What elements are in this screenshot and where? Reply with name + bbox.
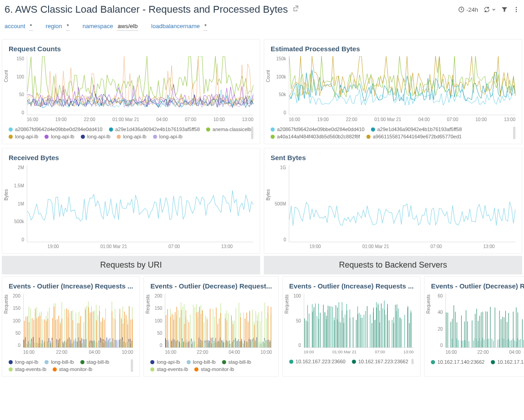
svg-rect-229 xyxy=(123,323,123,347)
svg-rect-149 xyxy=(41,311,42,347)
svg-rect-434 xyxy=(166,315,166,347)
legend-scrollbar[interactable] xyxy=(411,359,414,364)
filter-account[interactable]: account * xyxy=(5,23,33,31)
chart-plot xyxy=(23,293,133,348)
panel-backend-increase[interactable]: Events - Outlier (Increase) Requests ...… xyxy=(282,276,420,377)
svg-rect-624 xyxy=(499,311,500,347)
filter-namespace[interactable]: namespace aws/elb xyxy=(83,23,138,31)
svg-rect-405 xyxy=(205,316,206,347)
svg-rect-228 xyxy=(121,319,122,347)
svg-rect-634 xyxy=(522,319,523,347)
panel-uri-decrease[interactable]: Events - Outlier (Decrease) Request... R… xyxy=(143,276,279,377)
svg-rect-447 xyxy=(198,312,198,347)
refresh-button[interactable] xyxy=(484,6,496,13)
svg-rect-395 xyxy=(187,319,188,347)
more-menu-button[interactable] xyxy=(513,6,519,13)
legend-scrollbar[interactable] xyxy=(513,127,515,139)
filter-bar: account * region * namespace aws/elb loa… xyxy=(0,19,524,37)
svg-rect-441 xyxy=(180,317,180,347)
panel-title: Request Counts xyxy=(9,45,253,53)
svg-rect-425 xyxy=(256,311,256,347)
filter-region[interactable]: region * xyxy=(46,23,70,31)
filter-loadbalancername[interactable]: loadbalancername * xyxy=(151,23,208,31)
svg-rect-445 xyxy=(189,322,189,347)
svg-rect-271 xyxy=(235,338,236,347)
y-axis-label: Bytes xyxy=(266,189,271,200)
svg-rect-227 xyxy=(119,309,120,347)
chart-legend: a20867fd9642d4e09bbe0d284e0dd410a29e1d43… xyxy=(271,127,515,139)
svg-rect-116 xyxy=(63,343,64,347)
svg-rect-215 xyxy=(85,309,86,347)
svg-rect-575 xyxy=(489,339,489,347)
svg-rect-627 xyxy=(504,317,504,347)
panel-processed-bytes[interactable]: Estimated Processed Bytes Count 150k100k… xyxy=(264,39,522,144)
filter-label: loadbalancername xyxy=(151,23,200,29)
svg-rect-257 xyxy=(209,341,210,347)
svg-rect-360 xyxy=(222,341,222,347)
y-ticks: 100500 xyxy=(289,293,304,348)
svg-rect-468 xyxy=(268,306,268,347)
svg-rect-617 xyxy=(480,316,480,347)
filter-value: * xyxy=(29,23,33,31)
svg-rect-247 xyxy=(188,342,189,347)
svg-rect-375 xyxy=(251,341,252,347)
page-title: 6. AWS Classic Load Balancer - Requests … xyxy=(5,4,288,15)
svg-rect-549 xyxy=(387,304,388,347)
svg-rect-417 xyxy=(239,303,239,347)
svg-rect-233 xyxy=(129,306,129,347)
svg-rect-550 xyxy=(389,320,389,347)
svg-rect-553 xyxy=(396,304,397,347)
export-icon[interactable] xyxy=(292,5,300,14)
svg-rect-628 xyxy=(505,311,506,347)
chart-plot xyxy=(27,165,253,242)
x-ticks: 19:0001:00 Mar 2107:0013:00 xyxy=(289,242,515,249)
svg-rect-158 xyxy=(64,309,65,347)
chevron-down-icon xyxy=(492,8,496,12)
svg-rect-167 xyxy=(87,306,87,347)
svg-rect-57 xyxy=(32,341,32,347)
legend-scrollbar[interactable] xyxy=(251,127,253,139)
svg-rect-361 xyxy=(223,343,224,347)
svg-rect-224 xyxy=(104,319,104,347)
svg-rect-537 xyxy=(356,320,356,347)
panel-backend-decrease[interactable]: Events - Outlier (Decrease) Request... R… xyxy=(424,276,524,377)
legend-scrollbar[interactable] xyxy=(131,359,133,372)
svg-rect-531 xyxy=(340,322,341,347)
svg-rect-218 xyxy=(91,312,92,347)
more-vertical-icon xyxy=(513,6,519,13)
svg-rect-481 xyxy=(332,307,333,347)
svg-rect-226 xyxy=(115,319,115,347)
panel-title: Received Bytes xyxy=(9,154,253,161)
svg-rect-427 xyxy=(259,313,259,347)
svg-rect-448 xyxy=(199,307,200,347)
svg-rect-47 xyxy=(119,340,119,347)
svg-rect-384 xyxy=(269,342,270,347)
svg-rect-436 xyxy=(170,316,171,347)
dashboard-header: 6. AWS Classic Load Balancer - Requests … xyxy=(0,0,524,19)
svg-rect-396 xyxy=(190,315,191,347)
svg-rect-538 xyxy=(357,314,358,347)
svg-rect-415 xyxy=(234,321,235,347)
svg-point-2 xyxy=(516,9,517,10)
svg-rect-91 xyxy=(118,340,118,347)
svg-rect-629 xyxy=(507,322,507,347)
panel-uri-increase[interactable]: Events - Outlier (Increase) Requests ...… xyxy=(2,276,140,377)
svg-rect-273 xyxy=(238,339,239,347)
panel-sent-bytes[interactable]: Sent Bytes Bytes 1G500M0 19:0001:00 Mar … xyxy=(264,148,522,254)
chart-legend: long-api-lblong-bill-lbstag-bill-lbstag-… xyxy=(150,359,272,372)
time-range-picker[interactable]: -24h xyxy=(458,6,478,13)
svg-rect-206 xyxy=(60,323,60,347)
panel-request-counts[interactable]: Request Counts Count 150100500 16:0019:0… xyxy=(2,39,260,144)
chart-plot xyxy=(289,165,515,242)
chart-plot xyxy=(445,293,524,348)
svg-rect-446 xyxy=(196,313,197,347)
svg-rect-551 xyxy=(394,323,394,347)
clock-icon xyxy=(458,6,465,13)
filter-button[interactable] xyxy=(501,6,508,13)
chart-plot xyxy=(27,56,253,115)
svg-rect-216 xyxy=(88,308,89,347)
svg-rect-566 xyxy=(473,341,474,347)
panel-received-bytes[interactable]: Received Bytes Bytes 2M1.5M1M500k0 19:00… xyxy=(2,148,260,254)
x-ticks: 16:0022:0004:0010:00 xyxy=(165,348,272,355)
svg-rect-522 xyxy=(323,305,324,347)
